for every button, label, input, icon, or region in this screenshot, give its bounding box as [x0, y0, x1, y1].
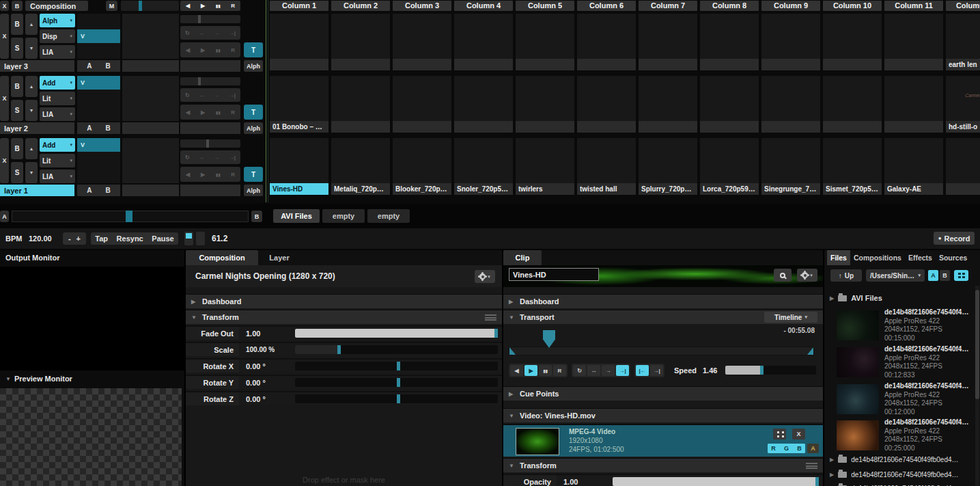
clip-twirlers[interactable]: twirlers — [516, 138, 574, 195]
column-header[interactable]: Column 1 — [270, 1, 328, 11]
column-header[interactable]: Column 4 — [454, 1, 513, 11]
pause-icon[interactable]: ▮▮ — [216, 48, 221, 53]
column-header[interactable]: Column 7 — [639, 1, 697, 11]
layer-video-fader[interactable]: V — [77, 76, 120, 121]
menu-icon[interactable] — [485, 314, 496, 321]
blend-mode-dropdown[interactable]: LIA▾ — [40, 45, 75, 59]
crossfader-track[interactable] — [12, 211, 249, 222]
section-dashboard[interactable]: ▶ Dashboard — [186, 294, 502, 308]
clip-slot[interactable] — [823, 14, 882, 70]
back-icon[interactable]: ◀ — [186, 172, 190, 178]
loop-icon[interactable]: ↻ — [185, 92, 190, 98]
param-value[interactable]: 1.00 — [557, 478, 613, 486]
layer-solo-button[interactable]: S — [11, 38, 23, 59]
layer-progress-strip[interactable] — [180, 15, 240, 23]
folder-item[interactable]: ▶ de14b48f21606e74540f49fb0ed448d2… — [824, 468, 970, 481]
clip-slot[interactable] — [331, 76, 390, 133]
layer-bypass-button[interactable]: B — [11, 14, 23, 35]
timeline-scrubber[interactable] — [509, 347, 814, 355]
layer-transition-button[interactable]: T — [244, 42, 263, 57]
deck-a-button[interactable]: A — [928, 270, 938, 281]
bpm-plus-button[interactable]: + — [76, 234, 81, 243]
tab-layer[interactable]: Layer — [258, 250, 300, 265]
pause-icon[interactable]: ▮▮ — [216, 172, 221, 177]
deck-b-button[interactable]: B — [940, 270, 950, 281]
bounce-icon[interactable]: ↔ — [199, 92, 204, 98]
composition-gear-button[interactable]: ▾ — [475, 270, 495, 283]
column-header[interactable]: Column 10 — [823, 1, 882, 11]
clip-slot[interactable] — [639, 14, 697, 70]
clip-sinegrunge[interactable]: Sinegrunge_720p… — [761, 138, 820, 195]
play-icon[interactable]: ▶ — [201, 3, 205, 9]
column-header[interactable]: Column 6 — [577, 1, 636, 11]
random-icon[interactable]: R — [231, 109, 235, 116]
clip-slot[interactable] — [393, 76, 451, 133]
section-transport[interactable]: ▼ Transport Timeline▾ — [503, 310, 823, 324]
opacity-slider[interactable] — [613, 477, 819, 486]
file-item[interactable]: de14b48f21606e74540f49fb… Apple ProRes 4… — [824, 345, 970, 380]
clip-bonobo[interactable]: 01 Bonobo – First… — [270, 76, 328, 133]
pause-button[interactable]: ▮▮ — [539, 365, 552, 376]
clip-metaliq[interactable]: Metaliq_720p599… — [331, 138, 390, 195]
clip-blooker[interactable]: Blooker_720p599… — [393, 138, 451, 195]
clip-slot[interactable] — [884, 76, 943, 133]
layer-name-selected[interactable]: layer 1 — [0, 185, 74, 196]
play-button[interactable]: ▶ — [524, 365, 537, 376]
layer-mask-slot[interactable] — [122, 14, 179, 59]
blend-mode-dropdown[interactable]: LIA▾ — [40, 170, 75, 183]
slider-handle[interactable] — [815, 477, 819, 486]
clip-slot[interactable] — [884, 14, 943, 70]
layer-transport-buttons[interactable]: ◀ ▶ ▮▮ R — [180, 105, 240, 120]
column-header[interactable]: Column 11 — [884, 1, 943, 11]
video-source-row[interactable]: MPEG-4 Video 1920x1080 24FPS, 01:02:500 … — [503, 424, 823, 457]
play-icon[interactable]: ▶ — [201, 172, 205, 178]
crossfader-b-button[interactable]: B — [251, 211, 262, 222]
pause-icon[interactable]: ▮▮ — [216, 110, 221, 115]
bounce-button[interactable]: ↔ — [587, 365, 600, 376]
layer-ab-buttons[interactable]: AB — [77, 122, 120, 134]
clip-slot[interactable] — [700, 76, 759, 133]
clip-slot[interactable] — [454, 76, 513, 133]
bpm-fader[interactable] — [184, 232, 193, 245]
clip-slot[interactable] — [639, 76, 697, 133]
bpm-stepper[interactable]: -+ — [63, 232, 86, 245]
bounce-icon[interactable]: ↔ — [199, 30, 204, 36]
column-header[interactable]: Column 5 — [516, 1, 574, 11]
layer-up-icon[interactable]: ▲ — [25, 76, 38, 97]
layer-down-icon[interactable]: ▼ — [25, 162, 38, 183]
param-value[interactable]: 100.00 % — [239, 346, 295, 353]
layer-progress-strip[interactable] — [180, 139, 240, 148]
clip-slot[interactable] — [761, 14, 820, 70]
layer-up-icon[interactable]: ▲ — [25, 138, 38, 159]
channel-r-button[interactable]: R — [768, 444, 779, 453]
section-video[interactable]: ▼ Video: Vines-HD.mov — [503, 408, 823, 422]
column-header[interactable]: Column 3 — [393, 1, 451, 11]
blend-mode-dropdown[interactable]: Add▾ — [40, 138, 75, 152]
layer-name[interactable]: layer 2 — [0, 122, 74, 134]
rotate-z-slider[interactable] — [295, 394, 498, 403]
back-button[interactable]: ◀ — [510, 365, 523, 376]
tab-files[interactable]: Files — [827, 250, 850, 265]
channel-a-button[interactable]: A — [807, 444, 819, 453]
back-icon[interactable]: ◀ — [186, 109, 190, 116]
deck-tab-empty[interactable]: empty — [367, 209, 410, 223]
clip-sismet[interactable]: Sismet_720p50_c… — [823, 138, 882, 195]
slider-handle[interactable] — [337, 345, 341, 354]
preview-monitor-header[interactable]: ▼ Preview Monitor — [5, 375, 72, 383]
loop-icon[interactable]: ↻ — [185, 30, 190, 36]
tab-clip[interactable]: Clip — [503, 250, 542, 265]
view-toggle-button[interactable] — [954, 270, 968, 281]
clip-hd-still[interactable]: Carmel Nhd-still-o — [946, 76, 980, 133]
layer-clear-button[interactable]: X — [0, 14, 9, 59]
back-icon[interactable]: ◀ — [186, 3, 190, 9]
bpm-value[interactable]: 120.00 — [29, 234, 52, 243]
layer-up-icon[interactable]: ▲ — [25, 14, 38, 35]
random-icon[interactable]: R — [231, 3, 235, 9]
clip-snoler[interactable]: Snoler_720p5994… — [454, 138, 513, 195]
section-transform[interactable]: ▼ Transform — [186, 310, 502, 324]
pause-icon[interactable]: ▮▮ — [216, 3, 221, 8]
deck-tab-empty[interactable]: empty — [322, 209, 365, 223]
clip-name-input[interactable] — [509, 268, 599, 281]
random-button[interactable]: R — [553, 365, 566, 376]
forward-icon[interactable]: → — [214, 92, 219, 98]
